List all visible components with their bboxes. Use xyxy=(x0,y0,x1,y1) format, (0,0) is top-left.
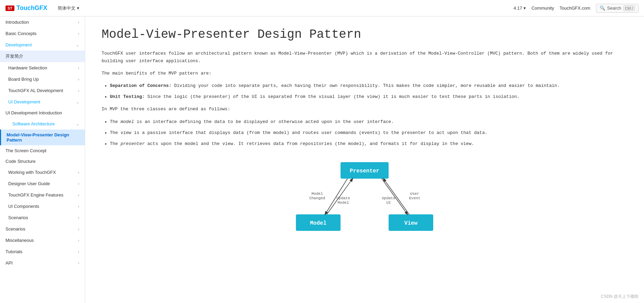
site-link[interactable]: TouchGFX.com xyxy=(560,5,590,11)
classes-intro: In MVP the three classes are defined as … xyxy=(102,105,628,113)
version-selector[interactable]: 4.17 ▾ xyxy=(514,5,526,11)
top-navigation: ST TouchGFX 简体中文 ▾ 4.17 ▾ Community Touc… xyxy=(0,0,644,16)
sidebar-label: Development xyxy=(5,42,32,47)
logo-text: TouchGFX xyxy=(16,4,47,12)
chevron-right-icon: › xyxy=(78,215,79,220)
chevron-right-icon: › xyxy=(78,238,79,243)
sidebar-label: UI Development Introduction xyxy=(5,110,62,115)
sidebar-label: Basic Concepts xyxy=(5,31,36,36)
sidebar-item-mvp-pattern[interactable]: Model-View-Presenter Design Pattern xyxy=(0,130,85,145)
svg-text:Changed: Changed xyxy=(309,196,325,200)
svg-text:Event: Event xyxy=(409,196,420,200)
svg-text:Model: Model xyxy=(337,201,349,205)
sidebar-item-miscellaneous[interactable]: Miscellaneous › xyxy=(0,235,85,246)
svg-text:User: User xyxy=(410,192,419,196)
chevron-right-icon: › xyxy=(78,204,79,209)
classes-list: The model is an interface defining the d… xyxy=(110,118,628,148)
sidebar-label: The Screen Concept xyxy=(5,148,46,153)
sidebar-label: TouchGFX Engine Features xyxy=(8,192,63,198)
bullet-view: The view is a passive interface that dis… xyxy=(110,129,628,137)
search-shortcut: Ctrl / xyxy=(623,5,635,11)
chevron-down-icon: ⌄ xyxy=(76,43,79,47)
diagram-svg: Presenter Model View Mo xyxy=(292,159,437,234)
svg-text:Model: Model xyxy=(311,192,323,196)
sidebar-item-engine-features[interactable]: TouchGFX Engine Features › xyxy=(0,189,85,201)
search-placeholder: Search xyxy=(607,5,621,11)
benefits-list: Separation of Concerns: Dividing your co… xyxy=(110,82,628,101)
sidebar-item-screen-concept[interactable]: The Screen Concept xyxy=(0,145,85,156)
sidebar-label: Designer User Guide xyxy=(8,181,50,186)
mvp-diagram: Presenter Model View Mo xyxy=(102,159,628,234)
sidebar-label: Hardware Selection xyxy=(8,65,47,70)
sidebar-item-api[interactable]: API › xyxy=(0,257,85,269)
chevron-right-icon: › xyxy=(78,227,79,232)
sidebar: Introduction › Basic Concepts › Developm… xyxy=(0,16,85,303)
sidebar-item-hardware-selection[interactable]: Hardware Selection › xyxy=(0,62,85,74)
svg-text:Model: Model xyxy=(310,220,326,226)
chevron-right-icon: › xyxy=(78,77,79,82)
language-selector[interactable]: 简体中文 ▾ xyxy=(58,5,79,11)
community-link[interactable]: Community xyxy=(531,5,554,11)
bullet-presenter: The presenter acts upon the model and th… xyxy=(110,140,628,148)
sidebar-item-introduction[interactable]: Introduction › xyxy=(0,16,85,28)
chevron-right-icon: › xyxy=(78,31,79,36)
sidebar-item-dev-intro[interactable]: 开发简介 xyxy=(0,50,85,62)
benefits-intro: The main benifits of the MVP pattern are… xyxy=(102,70,628,77)
sidebar-label: 开发简介 xyxy=(5,53,23,59)
sidebar-label: Software Architecture xyxy=(12,121,55,126)
chevron-right-icon: › xyxy=(78,170,79,175)
chevron-right-icon: › xyxy=(78,66,79,70)
chevron-right-icon: › xyxy=(78,249,79,254)
sidebar-label: Board Bring Up xyxy=(8,77,39,82)
chevron-right-icon: › xyxy=(78,88,79,93)
sidebar-item-al-development[interactable]: TouchGFX AL Development › xyxy=(0,85,85,96)
page-title: Model-View-Presenter Design Pattern xyxy=(102,27,628,42)
sidebar-item-code-structure[interactable]: Code Structure xyxy=(0,156,85,167)
sidebar-item-software-architecture[interactable]: Software Architecture ⌄ xyxy=(0,118,85,130)
sidebar-label: Tutorials xyxy=(5,249,22,254)
bullet-separation: Separation of Concerns: Dividing your co… xyxy=(110,82,628,90)
sidebar-item-ui-dev-intro[interactable]: UI Development Introduction xyxy=(0,108,85,118)
sidebar-label: Working with TouchGFX xyxy=(8,170,56,175)
sidebar-item-board-bring-up[interactable]: Board Bring Up › xyxy=(0,74,85,85)
sidebar-label: Scenarios xyxy=(8,215,28,220)
chevron-down-icon: ▾ xyxy=(524,5,526,11)
sidebar-item-scenarios[interactable]: Scenarios › xyxy=(0,223,85,235)
sidebar-item-working-with-touchgfx[interactable]: Working with TouchGFX › xyxy=(0,167,85,178)
main-layout: Introduction › Basic Concepts › Developm… xyxy=(0,16,644,303)
bullet-model: The model is an interface defining the d… xyxy=(110,118,628,126)
search-bar[interactable]: 🔍 Search Ctrl / xyxy=(596,4,639,13)
svg-text:Update: Update xyxy=(382,196,395,200)
sidebar-label: Scenarios xyxy=(5,226,25,232)
chevron-right-icon: › xyxy=(78,20,79,25)
intro-paragraph: TouchGFX user interfaces follow an archi… xyxy=(102,50,628,65)
svg-text:Update: Update xyxy=(336,196,350,200)
sidebar-item-basic-concepts[interactable]: Basic Concepts › xyxy=(0,28,85,39)
sidebar-label: UI Components xyxy=(8,204,39,209)
chevron-right-icon: › xyxy=(78,261,79,266)
sidebar-item-designer-user-guide[interactable]: Designer User Guide › xyxy=(0,178,85,189)
sidebar-label: API xyxy=(5,260,13,266)
svg-text:View: View xyxy=(404,220,418,226)
chevron-down-icon: ⌄ xyxy=(76,122,79,126)
sidebar-label: TouchGFX AL Development xyxy=(8,88,63,93)
bullet-unit-testing: Unit Testing: Since the logic (the prese… xyxy=(110,93,628,101)
sidebar-label: Code Structure xyxy=(5,159,35,164)
chevron-down-icon: ▾ xyxy=(77,5,79,11)
svg-text:UI: UI xyxy=(386,201,391,205)
sidebar-item-ui-development[interactable]: UI Development ⌄ xyxy=(0,96,85,108)
chevron-down-icon: ⌄ xyxy=(76,100,79,104)
search-icon: 🔍 xyxy=(600,5,605,11)
chevron-right-icon: › xyxy=(78,181,79,186)
sidebar-item-tutorials[interactable]: Tutorials › xyxy=(0,246,85,257)
sidebar-item-development[interactable]: Development ⌄ xyxy=(0,39,85,50)
sidebar-item-scenarios-sub[interactable]: Scenarios › xyxy=(0,212,85,223)
chevron-right-icon: › xyxy=(78,193,79,198)
svg-text:Presenter: Presenter xyxy=(350,168,379,174)
sidebar-label: Model-View-Presenter Design Pattern xyxy=(7,132,79,143)
sidebar-item-ui-components[interactable]: UI Components › xyxy=(0,201,85,212)
st-badge: ST xyxy=(5,5,14,11)
logo[interactable]: ST TouchGFX xyxy=(5,4,47,12)
watermark: CSDN @天上下榴雨 xyxy=(601,294,639,300)
sidebar-label: UI Development xyxy=(8,99,40,104)
